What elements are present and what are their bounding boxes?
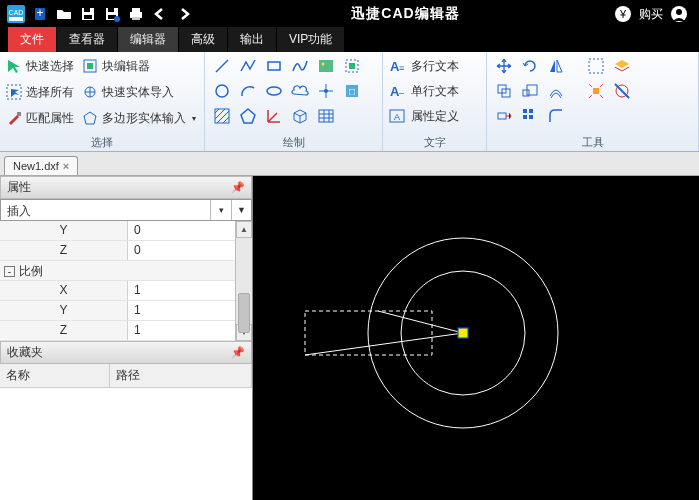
app-logo-icon: CAD <box>6 4 26 24</box>
property-row[interactable]: Z1 <box>0 321 252 341</box>
chevron-down-icon[interactable]: ▼ <box>231 200 251 220</box>
ribbon: 快速选择 选择所有 匹配属性 块编辑器 快速实体导入 多边形实体输入▾ 选择 <box>0 52 699 152</box>
favorites-list <box>0 388 252 500</box>
new-file-icon[interactable]: + <box>30 4 50 24</box>
svg-rect-20 <box>17 112 21 116</box>
svg-point-27 <box>322 63 325 66</box>
open-file-icon[interactable] <box>54 4 74 24</box>
property-row[interactable]: Y1 <box>0 301 252 321</box>
rect-icon[interactable] <box>263 55 285 77</box>
match-prop-button[interactable]: 匹配属性 <box>6 107 74 129</box>
save-icon[interactable] <box>78 4 98 24</box>
move-icon[interactable] <box>493 55 515 77</box>
property-row[interactable]: Z0 <box>0 241 252 261</box>
line-icon[interactable] <box>211 55 233 77</box>
property-row[interactable]: -比例 <box>0 261 252 281</box>
polygon-entity-button[interactable]: 多边形实体输入▾ <box>82 107 196 129</box>
fillet-icon[interactable] <box>545 105 567 127</box>
svg-point-18 <box>676 9 682 15</box>
hatch-icon[interactable] <box>211 105 233 127</box>
tab-viewer[interactable]: 查看器 <box>57 27 117 52</box>
tab-advanced[interactable]: 高级 <box>179 27 227 52</box>
block-editor-button[interactable]: 块编辑器 <box>82 55 196 77</box>
ellipse-icon[interactable] <box>263 80 285 102</box>
entity-type-combo[interactable]: 插入 ▾ ▼ <box>0 199 252 221</box>
pin-icon[interactable]: 📌 <box>231 346 245 359</box>
svg-rect-59 <box>523 115 527 119</box>
file-tab[interactable]: New1.dxf × <box>4 156 78 175</box>
group-label-draw: 绘制 <box>211 133 376 150</box>
tab-editor[interactable]: 编辑器 <box>118 27 178 52</box>
trim-icon[interactable] <box>611 80 633 102</box>
layers-icon[interactable] <box>611 55 633 77</box>
explode-icon[interactable] <box>585 80 607 102</box>
property-row[interactable]: X1 <box>0 281 252 301</box>
svg-text:¥: ¥ <box>619 8 627 20</box>
scroll-up-icon[interactable]: ▲ <box>236 221 252 238</box>
combo-menu-icon[interactable]: ▾ <box>211 200 231 220</box>
group-label-tool: 工具 <box>493 133 692 150</box>
select-all-button[interactable]: 选择所有 <box>6 81 74 103</box>
file-tab-label: New1.dxf <box>13 160 59 172</box>
redo-icon[interactable] <box>174 4 194 24</box>
undo-icon[interactable] <box>150 4 170 24</box>
insert-image-icon[interactable] <box>315 55 337 77</box>
svg-point-11 <box>114 16 120 22</box>
pin-icon[interactable]: 📌 <box>231 181 245 194</box>
svg-rect-54 <box>593 88 599 94</box>
spline-icon[interactable] <box>289 55 311 77</box>
table-icon[interactable] <box>315 105 337 127</box>
svg-rect-57 <box>523 109 527 113</box>
svg-text:CAD: CAD <box>9 9 24 16</box>
saveas-icon[interactable] <box>102 4 122 24</box>
group-label-select: 选择 <box>6 133 198 150</box>
svg-rect-38 <box>319 110 333 122</box>
currency-icon[interactable]: ¥ <box>613 4 633 24</box>
select-window-icon[interactable] <box>585 55 607 77</box>
array-icon[interactable] <box>519 105 541 127</box>
tab-output[interactable]: 输出 <box>228 27 276 52</box>
property-row[interactable]: Y0 <box>0 221 252 241</box>
point-icon[interactable] <box>315 80 337 102</box>
stretch-icon[interactable] <box>493 105 515 127</box>
svg-rect-64 <box>458 328 468 338</box>
rotate-icon[interactable] <box>519 55 541 77</box>
stext-button[interactable]: A–单行文本 <box>389 80 480 102</box>
cloud-icon[interactable] <box>289 80 311 102</box>
attdef-button[interactable]: A属性定义 <box>389 105 480 127</box>
user-icon[interactable] <box>669 4 689 24</box>
buy-label[interactable]: 购买 <box>639 6 663 23</box>
quick-entity-import-button[interactable]: 快速实体导入 <box>82 81 196 103</box>
tab-file[interactable]: 文件 <box>8 27 56 52</box>
fav-col-name[interactable]: 名称 <box>0 364 110 387</box>
quick-select-button[interactable]: 快速选择 <box>6 55 74 77</box>
tab-vip[interactable]: VIP功能 <box>277 27 344 52</box>
dim-icon[interactable]: □ <box>341 80 363 102</box>
mirror-icon[interactable] <box>545 55 567 77</box>
3d-icon[interactable] <box>289 105 311 127</box>
svg-rect-13 <box>132 8 140 12</box>
coord-icon[interactable] <box>263 105 285 127</box>
svg-text:≡: ≡ <box>399 63 404 73</box>
block-icon[interactable] <box>341 55 363 77</box>
scale-icon[interactable] <box>519 80 541 102</box>
svg-text:+: + <box>36 6 43 20</box>
arc-icon[interactable] <box>237 80 259 102</box>
ribbon-group-draw: □ 绘制 <box>205 52 383 151</box>
close-icon[interactable]: × <box>63 160 69 172</box>
svg-text:□: □ <box>349 86 355 97</box>
copy-icon[interactable] <box>493 80 515 102</box>
print-icon[interactable] <box>126 4 146 24</box>
props-scrollbar[interactable]: ▲ ▼ <box>235 221 252 341</box>
offset-icon[interactable] <box>545 80 567 102</box>
svg-rect-25 <box>268 62 280 70</box>
circle-icon[interactable] <box>211 80 233 102</box>
polyline-icon[interactable] <box>237 55 259 77</box>
fav-col-path[interactable]: 路径 <box>110 364 252 387</box>
svg-text:A: A <box>394 112 400 122</box>
region-icon[interactable] <box>237 105 259 127</box>
mtext-button[interactable]: A≡多行文本 <box>389 55 480 77</box>
properties-header: 属性 📌 <box>0 176 252 199</box>
svg-rect-14 <box>132 17 140 20</box>
drawing-canvas[interactable] <box>253 176 699 500</box>
